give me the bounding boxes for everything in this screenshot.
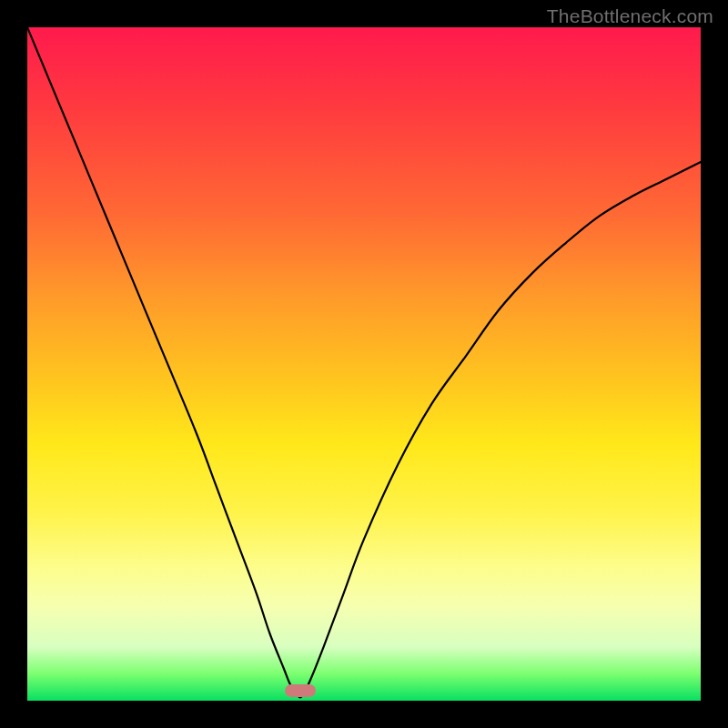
watermark-text: TheBottleneck.com [547, 5, 713, 27]
optimum-marker [285, 684, 316, 697]
chart-stage: TheBottleneck.com [0, 0, 728, 728]
plot-area [27, 27, 701, 701]
bottleneck-curve [27, 27, 701, 697]
curve-svg [27, 27, 701, 701]
